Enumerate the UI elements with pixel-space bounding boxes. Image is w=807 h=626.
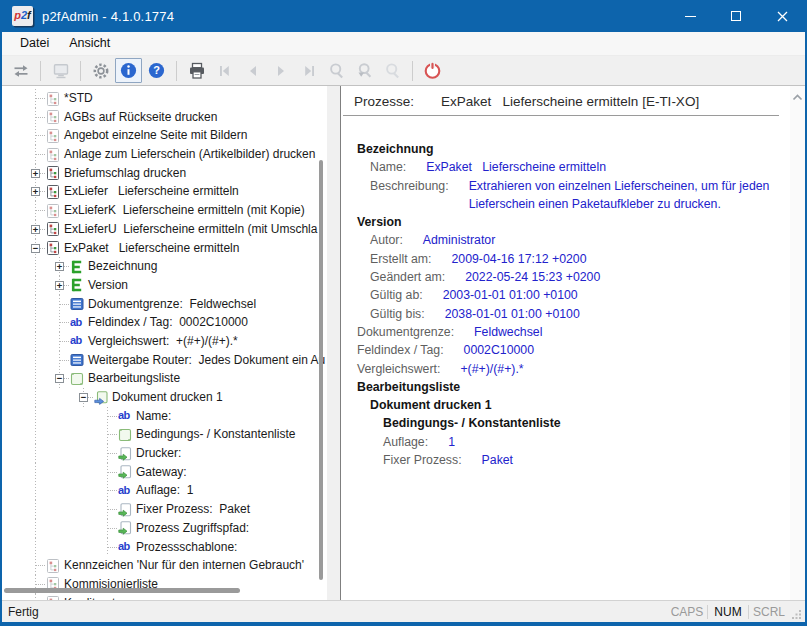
tree-item[interactable]: abProzessschablone: — [2, 538, 327, 557]
tree-item-label: Weitergabe Router: Jedes Dokument ein Au — [88, 353, 325, 367]
nav-prev-button — [239, 58, 266, 83]
ab-icon: ab — [118, 409, 132, 423]
tree-item[interactable]: abAuflage: 1 — [2, 481, 327, 500]
find-next-button — [351, 58, 378, 83]
tree-item[interactable]: Angebot einzelne Seite mit Bildern — [2, 126, 327, 145]
expander-plus-icon[interactable]: + — [55, 281, 64, 290]
settings-button[interactable] — [87, 58, 114, 83]
toolbar: ? — [2, 56, 805, 86]
tree-item-label: Drucker: — [136, 446, 181, 460]
process-doc-icon — [46, 559, 60, 573]
tree-item[interactable]: −Dokument drucken 1 — [2, 388, 327, 407]
details-field-value: ExPaket Lieferscheine ermitteln — [426, 158, 606, 176]
nav-first-icon — [215, 61, 235, 81]
help-icon: ? — [147, 61, 166, 80]
details-heading: Bedingungs- / Konstantenliste — [345, 414, 805, 432]
details-field: Erstellt am:2009-04-16 17:12 +0200 — [345, 250, 805, 268]
status-text: Fertig — [2, 605, 667, 619]
details-field: Feldindex / Tag:0002C10000 — [345, 341, 805, 359]
window-title: p2fAdmin - 4.1.0.1774 — [42, 9, 174, 24]
expander-plus-icon[interactable]: + — [55, 262, 64, 271]
expander-minus-icon[interactable]: − — [79, 393, 88, 402]
details-field-label: Geändert am: — [370, 268, 445, 286]
menu-item-ansicht[interactable]: Ansicht — [59, 32, 120, 55]
status-bar: Fertig CAPSNUMSCRL — [2, 600, 805, 622]
tree-item-label: Angebot einzelne Seite mit Bildern — [64, 128, 247, 142]
nav-next-icon — [271, 61, 291, 81]
tree-item[interactable]: abFeldindex / Tag: 0002C10000 — [2, 313, 327, 332]
tree-item[interactable]: abVergleichswert: +(#+)/(#+).* — [2, 332, 327, 351]
details-field-label: Feldindex / Tag: — [357, 341, 444, 359]
tree-item[interactable]: Kennzeichen 'Nur für den internen Gebrau… — [2, 556, 327, 575]
nav-prev-icon — [243, 61, 263, 81]
tree-item-label: Gateway: — [136, 465, 187, 479]
keyboard-indicators: CAPSNUMSCRL — [667, 601, 789, 622]
close-button[interactable] — [759, 0, 805, 32]
process-doc-icon — [46, 129, 60, 143]
monitor-icon — [51, 61, 71, 81]
tree-item[interactable]: Fixer Prozess: Paket — [2, 500, 327, 519]
expander-minus-icon[interactable]: − — [55, 374, 64, 383]
tree-vertical-scrollbar[interactable] — [319, 160, 323, 580]
tree-item[interactable]: Dokumentgrenze: Feldwechsel — [2, 295, 327, 314]
tree-item[interactable]: ExLieferK Lieferscheine ermitteln (mit K… — [2, 201, 327, 220]
details-field-label: Gültig ab: — [370, 286, 423, 304]
details-field-value: Feldwechsel — [474, 323, 542, 341]
transfer-button[interactable] — [7, 58, 34, 83]
tree-item-label: Name: — [136, 409, 171, 423]
tree-item[interactable]: Drucker: — [2, 444, 327, 463]
tree-item[interactable]: Anlage zum Lieferschein (Artikelbilder) … — [2, 145, 327, 164]
page-arrow-icon — [118, 447, 132, 461]
tree-item[interactable]: Gateway: — [2, 463, 327, 482]
exit-button[interactable] — [419, 58, 446, 83]
tree-item[interactable]: Kreditvertrag — [2, 594, 327, 600]
process-doc-icon — [46, 110, 60, 124]
details-field-value: 0002C10000 — [464, 341, 534, 359]
tree-item[interactable]: Weitergabe Router: Jedes Dokument ein Au — [2, 351, 327, 370]
tree-item[interactable]: +Version — [2, 276, 327, 295]
tree-item-label: Prozess Zugriffspfad: — [136, 521, 249, 535]
ab-icon: ab — [70, 316, 84, 330]
tree-item-label: ExLiefer Lieferscheine ermitteln — [64, 184, 239, 198]
tree-item[interactable]: Bedingungs- / Konstantenliste — [2, 425, 327, 444]
tree-item[interactable]: abName: — [2, 407, 327, 426]
details-field-label: Fixer Prozess: — [383, 451, 462, 469]
tree-item[interactable]: AGBs auf Rückseite drucken — [2, 108, 327, 127]
tree-item[interactable]: +Bezeichnung — [2, 257, 327, 276]
tree-item[interactable]: −ExPaket Lieferscheine ermitteln — [2, 239, 327, 258]
scroll-icon — [70, 372, 84, 386]
tree-item[interactable]: *STD — [2, 89, 327, 108]
page-arrow-icon — [118, 465, 132, 479]
details-field-label: Vergleichswert: — [357, 360, 440, 378]
tree-item[interactable]: Prozess Zugriffspfad: — [2, 519, 327, 538]
tree-horizontal-scrollbar[interactable] — [4, 588, 240, 593]
doc-arrow-icon — [94, 391, 108, 405]
tree-item[interactable]: +ExLiefer Lieferscheine ermitteln — [2, 182, 327, 201]
toolbar-separator — [80, 61, 81, 81]
resize-grip-icon[interactable] — [791, 609, 802, 620]
tree-item[interactable]: +ExLieferU Lieferscheine ermitteln (mit … — [2, 220, 327, 239]
details-heading-text: Bezeichnung — [357, 140, 434, 158]
info-button[interactable] — [115, 58, 142, 83]
details-scrollbar[interactable] — [790, 86, 805, 600]
minimize-button[interactable] — [667, 0, 713, 32]
expander-plus-icon[interactable]: + — [31, 187, 40, 196]
process-doc-bold-icon — [46, 166, 60, 180]
print-button[interactable] — [183, 58, 210, 83]
magnifier-prev-icon — [383, 61, 403, 81]
help-button[interactable]: ? — [143, 58, 170, 83]
maximize-button[interactable] — [713, 0, 759, 32]
tree-item[interactable]: +Briefumschlag drucken — [2, 164, 327, 183]
process-doc-icon — [46, 204, 60, 218]
expander-minus-icon[interactable]: − — [31, 244, 40, 253]
menu-item-datei[interactable]: Datei — [10, 32, 59, 55]
expander-plus-icon[interactable]: + — [31, 169, 40, 178]
panel-splitter[interactable] — [327, 86, 340, 600]
tree-item[interactable]: −Bearbeitungsliste — [2, 369, 327, 388]
expander-plus-icon[interactable]: + — [31, 225, 40, 234]
process-doc-bold-icon — [46, 185, 60, 199]
details-field-label: Dokumentgrenze: — [357, 323, 454, 341]
monitor-button — [47, 58, 74, 83]
ab-icon: ab — [118, 484, 132, 498]
details-heading: Version — [345, 213, 805, 231]
